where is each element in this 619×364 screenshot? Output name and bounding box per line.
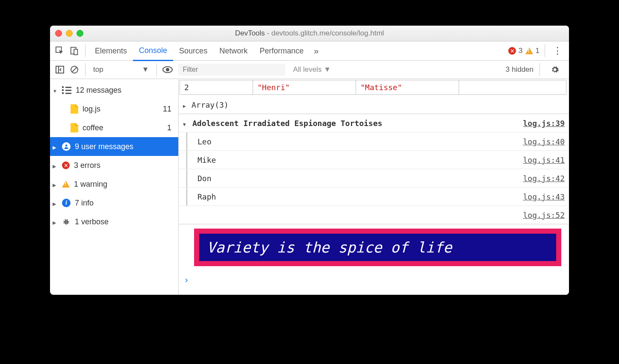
warning-icon: ! (62, 181, 70, 188)
log-text: Don (197, 174, 212, 183)
console-body: 12 messages log.js 11 coffee 1 9 user me… (50, 79, 569, 295)
log-group-item[interactable]: Mike log.js:41 (179, 151, 569, 169)
minimize-window-button[interactable] (66, 30, 73, 37)
source-link[interactable]: log.js:39 (523, 119, 565, 128)
traffic-lights (55, 30, 83, 37)
tab-network[interactable]: Network (213, 41, 253, 60)
log-group-header[interactable]: Adolescent Irradiated Espionage Tortoise… (179, 114, 569, 132)
log-text: Leo (197, 137, 212, 146)
live-expression-icon[interactable] (160, 62, 175, 77)
log-group-item[interactable]: Raph log.js:43 (179, 188, 569, 206)
svg-line-6 (72, 67, 77, 72)
console-sidebar: 12 messages log.js 11 coffee 1 9 user me… (50, 79, 179, 295)
separator (539, 63, 540, 76)
settings-gear-icon[interactable] (543, 62, 566, 77)
error-count: 3 (519, 47, 522, 55)
separator (545, 44, 545, 57)
svg-point-8 (166, 68, 169, 71)
messages-label: 12 messages (76, 86, 121, 95)
context-label: top (93, 65, 103, 74)
sidebar-item-warnings[interactable]: ! 1 warning (50, 175, 178, 194)
sidebar-item-messages[interactable]: 12 messages (50, 81, 178, 100)
separator (85, 63, 85, 76)
file-count: 11 (163, 105, 176, 114)
more-tabs-button[interactable]: » (310, 46, 323, 56)
log-group-item[interactable]: Don log.js:42 (179, 169, 569, 188)
errors-label: 3 errors (74, 161, 100, 170)
mac-titlebar: DevTools - devtools.glitch.me/console/lo… (50, 26, 569, 41)
warnings-label: 1 warning (74, 180, 107, 189)
source-link[interactable]: log.js:42 (523, 174, 565, 183)
table-cell-index: 2 (180, 80, 253, 94)
tab-performance[interactable]: Performance (253, 41, 310, 60)
messages-icon (62, 86, 71, 94)
separator (85, 44, 85, 57)
error-icon: ✕ (508, 47, 516, 55)
zoom-window-button[interactable] (77, 30, 83, 37)
chevron-right-icon (53, 142, 58, 151)
kebab-menu-icon[interactable]: ⋮ (548, 45, 566, 56)
sidebar-file-logjs[interactable]: log.js 11 (50, 100, 178, 118)
error-icon: ✕ (62, 161, 70, 169)
file-icon (71, 123, 78, 132)
toggle-sidebar-icon[interactable] (53, 62, 67, 77)
table-cell-first: "Henri" (253, 80, 356, 94)
log-text: Raph (197, 192, 216, 201)
chevron-down-icon (53, 86, 58, 95)
chevron-right-icon (53, 199, 58, 208)
sidebar-item-errors[interactable]: ✕ 3 errors (50, 156, 178, 175)
log-text: Mike (197, 156, 216, 164)
console-output: 2 "Henri" "Matisse" Array(3) Adolescent … (179, 79, 569, 295)
group-title: Adolescent Irradiated Espionage Tortoise… (189, 119, 382, 128)
device-toolbar-icon[interactable] (67, 44, 82, 58)
file-name: coffee (83, 123, 103, 132)
warning-count: 1 (536, 47, 539, 55)
svg-point-9 (65, 144, 68, 147)
tab-console[interactable]: Console (133, 41, 173, 61)
source-link[interactable]: log.js:52 (523, 211, 565, 220)
file-name: log.js (83, 105, 100, 114)
table-cell-empty (459, 80, 566, 94)
info-icon: i (62, 199, 71, 207)
hidden-count[interactable]: 3 hidden (506, 65, 536, 74)
table-cell-last: "Matisse" (356, 80, 459, 94)
tab-sources[interactable]: Sources (173, 41, 213, 60)
clear-console-icon[interactable] (67, 62, 82, 77)
devtools-tabbar: Elements Console Sources Network Perform… (50, 41, 569, 61)
log-levels-selector[interactable]: All levels ▼ (293, 65, 331, 74)
log-group-item[interactable]: Leo log.js:40 (179, 132, 569, 151)
filter-input[interactable] (178, 64, 285, 76)
window-title: DevTools - devtools.glitch.me/console/lo… (50, 29, 569, 38)
user-messages-label: 9 user messages (75, 142, 133, 151)
source-link[interactable]: log.js:41 (523, 156, 565, 164)
chevron-down-icon (183, 119, 189, 128)
styled-log-message: Variety is the spice of life (194, 229, 561, 266)
separator (156, 63, 157, 76)
source-link[interactable]: log.js:43 (523, 192, 565, 201)
sidebar-item-verbose[interactable]: 1 verbose (50, 212, 178, 231)
file-icon (71, 104, 78, 114)
log-styled-row[interactable]: log.js:52 (179, 206, 569, 224)
chevron-right-icon (53, 161, 58, 170)
sidebar-item-info[interactable]: i 7 info (50, 194, 178, 212)
chevron-right-icon (183, 100, 189, 109)
console-toolbar: top ▼ All levels ▼ 3 hidden (50, 61, 569, 79)
user-icon (62, 142, 71, 151)
sidebar-file-coffee[interactable]: coffee 1 (50, 118, 178, 137)
sidebar-item-user-messages[interactable]: 9 user messages (50, 137, 178, 156)
bug-icon (62, 217, 71, 226)
console-prompt[interactable]: › (179, 270, 569, 289)
source-link[interactable]: log.js:40 (523, 137, 565, 146)
chevron-right-icon (53, 217, 58, 226)
close-window-button[interactable] (55, 30, 62, 37)
info-label: 7 info (75, 199, 94, 208)
tab-elements[interactable]: Elements (89, 41, 133, 60)
array-label: Array(3) (189, 100, 229, 109)
table-row[interactable]: 2 "Henri" "Matisse" (180, 80, 566, 95)
devtools-window: DevTools - devtools.glitch.me/console/lo… (50, 26, 569, 295)
status-badges[interactable]: ✕3 !1 (508, 47, 539, 55)
log-array-row[interactable]: Array(3) (179, 96, 569, 114)
inspect-element-icon[interactable] (53, 44, 67, 58)
context-selector[interactable]: top ▼ (89, 65, 153, 74)
file-count: 1 (167, 123, 176, 132)
